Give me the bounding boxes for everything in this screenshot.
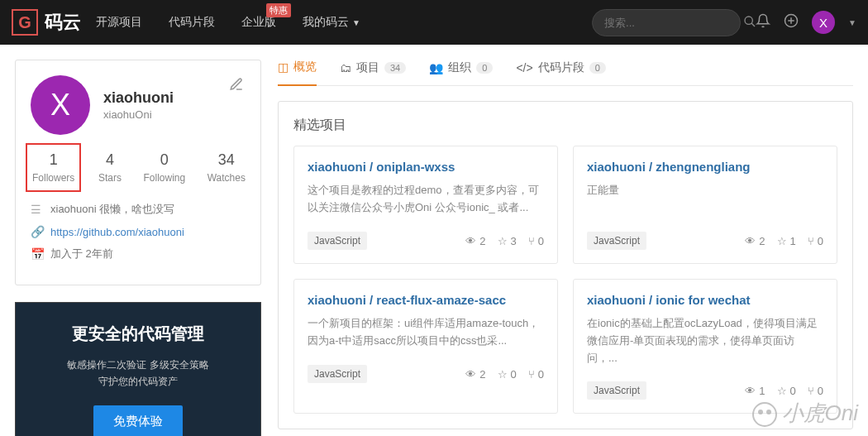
watch-stat[interactable]: 👁1 <box>745 385 765 397</box>
search-box[interactable] <box>592 9 741 36</box>
repo-title[interactable]: xiaohuoni / zhengnengliang <box>587 160 823 174</box>
chevron-down-icon: ▼ <box>352 18 360 27</box>
logo-text: 码云 <box>45 10 81 35</box>
fork-stat[interactable]: ⑂0 <box>528 235 544 247</box>
logo-icon: G <box>12 9 38 36</box>
plus-icon[interactable] <box>784 13 799 32</box>
handle: xiaohuOni <box>103 108 174 121</box>
fork-stat[interactable]: ⑂0 <box>808 235 823 247</box>
fork-icon: ⑂ <box>808 235 814 247</box>
repo-desc: 在ionic的基础上配置ocLazyLoad，使得项目满足微信应用-单页面表现的… <box>587 315 823 367</box>
stat-followers-label: Followers <box>32 172 74 184</box>
nav-snippets[interactable]: 代码片段 <box>169 15 215 30</box>
lang-tag: JavaScript <box>587 381 646 400</box>
watch-stat[interactable]: 👁2 <box>745 235 765 247</box>
stat-stars[interactable]: 4 Stars <box>98 151 122 184</box>
nav-my-gitee-label: 我的码云 <box>303 15 349 28</box>
tab-snippets-label: 代码片段 <box>538 60 584 75</box>
enterprise-badge: 特惠 <box>266 3 291 17</box>
search-icon[interactable] <box>743 15 756 31</box>
edit-icon[interactable] <box>229 77 244 96</box>
repo-grid: xiaohuoni / oniplan-wxss 这个项目是教程的过程demo，… <box>293 146 837 414</box>
featured-title: 精选项目 <box>293 117 837 134</box>
repo-desc: 正能量 <box>587 182 823 217</box>
repo-desc: 这个项目是教程的过程demo，查看更多内容，可以关注微信公众号小虎Oni 公众号… <box>308 182 544 217</box>
tab-overview[interactable]: ◫ 概览 <box>278 60 317 86</box>
tab-snippets[interactable]: </> 代码片段 0 <box>516 60 605 85</box>
main-nav: 开源项目 代码片段 特惠 企业版 我的码云▼ <box>96 15 360 30</box>
tab-projects-label: 项目 <box>356 60 379 75</box>
nav-open-source[interactable]: 开源项目 <box>96 15 142 30</box>
star-stat[interactable]: ☆0 <box>498 368 517 381</box>
promo-button[interactable]: 免费体验 <box>93 405 183 436</box>
link-icon: 🔗 <box>31 225 44 238</box>
repo-title[interactable]: xiaohuoni / ionic for wechat <box>587 293 823 307</box>
nav-my-gitee[interactable]: 我的码云▼ <box>303 15 360 30</box>
watch-stat[interactable]: 👁2 <box>465 368 485 381</box>
stat-following[interactable]: 0 Following <box>143 151 185 184</box>
username: xiaohuoni <box>103 89 174 107</box>
profile-link: https://github.com/xiaohuoni <box>50 226 184 238</box>
stat-followers-num: 1 <box>32 151 74 169</box>
calendar-icon: 📅 <box>31 247 44 261</box>
eye-icon: 👁 <box>745 235 756 247</box>
main-content: ◫ 概览 🗂 项目 34 👥 组织 0 </> 代码片段 0 精选项目 xiao… <box>278 60 853 436</box>
overview-icon: ◫ <box>278 60 289 74</box>
avatar[interactable]: X <box>812 11 835 34</box>
fork-stat[interactable]: ⑂0 <box>808 385 823 397</box>
logo[interactable]: G 码云 <box>12 9 81 36</box>
stat-watches-label: Watches <box>207 172 246 184</box>
sidebar: X xiaohuoni xiaohuOni 1 Followers 4 Star… <box>15 60 261 436</box>
bell-icon[interactable] <box>756 13 770 32</box>
star-icon: ☆ <box>498 368 508 381</box>
star-stat[interactable]: ☆0 <box>777 385 796 397</box>
nav-enterprise[interactable]: 特惠 企业版 <box>241 15 276 30</box>
search-input[interactable] <box>604 17 743 29</box>
chevron-down-icon[interactable]: ▼ <box>848 18 856 27</box>
profile-tabs: ◫ 概览 🗂 项目 34 👥 组织 0 </> 代码片段 0 <box>278 60 853 86</box>
top-bar: G 码云 开源项目 代码片段 特惠 企业版 我的码云▼ X ▼ <box>0 0 868 45</box>
repo-card: xiaohuoni / oniplan-wxss 这个项目是教程的过程demo，… <box>293 146 558 264</box>
star-stat[interactable]: ☆1 <box>777 235 796 247</box>
fork-icon: ⑂ <box>528 368 535 381</box>
bio-text: xiaohuoni 很懒，啥也没写 <box>50 202 174 217</box>
star-stat[interactable]: ☆3 <box>498 235 517 247</box>
snippets-icon: </> <box>516 61 532 74</box>
lang-tag: JavaScript <box>587 232 646 250</box>
top-icons: X ▼ <box>756 11 856 34</box>
tab-projects-count: 34 <box>384 62 406 74</box>
repo-title[interactable]: xiaohuoni / oniplan-wxss <box>308 160 544 174</box>
stat-watches[interactable]: 34 Watches <box>207 151 246 184</box>
user-icon: ☰ <box>31 203 44 216</box>
avatar-large: X <box>31 75 90 135</box>
stat-following-num: 0 <box>143 151 185 169</box>
stat-stars-num: 4 <box>98 151 122 169</box>
featured-projects-card: 精选项目 xiaohuoni / oniplan-wxss 这个项目是教程的过程… <box>278 101 853 429</box>
profile-card: X xiaohuoni xiaohuOni 1 Followers 4 Star… <box>15 60 261 285</box>
svg-point-0 <box>745 17 752 24</box>
fork-stat[interactable]: ⑂0 <box>528 368 544 381</box>
repo-card: xiaohuoni / react-flux-amaze-sacc 一个新项目的… <box>293 279 558 414</box>
tab-orgs-count: 0 <box>476 62 493 74</box>
promo-desc: 敏感操作二次验证 多级安全策略 守护您的代码资产 <box>31 357 246 390</box>
link-row[interactable]: 🔗 https://github.com/xiaohuoni <box>31 225 246 238</box>
tab-projects[interactable]: 🗂 项目 34 <box>340 60 406 85</box>
stat-followers[interactable]: 1 Followers <box>26 143 81 192</box>
promo-card: 更安全的代码管理 敏感操作二次验证 多级安全策略 守护您的代码资产 免费体验 <box>15 302 261 436</box>
joined-row: 📅 加入于 2年前 <box>31 247 246 261</box>
projects-icon: 🗂 <box>340 61 351 74</box>
watch-stat[interactable]: 👁2 <box>465 235 485 247</box>
tab-snippets-count: 0 <box>589 62 606 74</box>
star-icon: ☆ <box>777 385 787 397</box>
orgs-icon: 👥 <box>429 61 443 74</box>
repo-desc: 一个新项目的框架：ui组件库适用amaze-touch，因为a-t中适用sacc… <box>308 315 544 350</box>
bio-row: ☰ xiaohuoni 很懒，啥也没写 <box>31 202 246 217</box>
lang-tag: JavaScript <box>308 365 367 383</box>
tab-orgs[interactable]: 👥 组织 0 <box>429 60 493 85</box>
joined-text: 加入于 2年前 <box>50 247 113 261</box>
star-icon: ☆ <box>498 235 508 247</box>
repo-title[interactable]: xiaohuoni / react-flux-amaze-sacc <box>308 293 544 307</box>
repo-card: xiaohuoni / ionic for wechat 在ionic的基础上配… <box>573 279 837 414</box>
promo-line1: 敏感操作二次验证 多级安全策略 <box>67 359 208 371</box>
repo-card: xiaohuoni / zhengnengliang 正能量 JavaScrip… <box>573 146 837 264</box>
